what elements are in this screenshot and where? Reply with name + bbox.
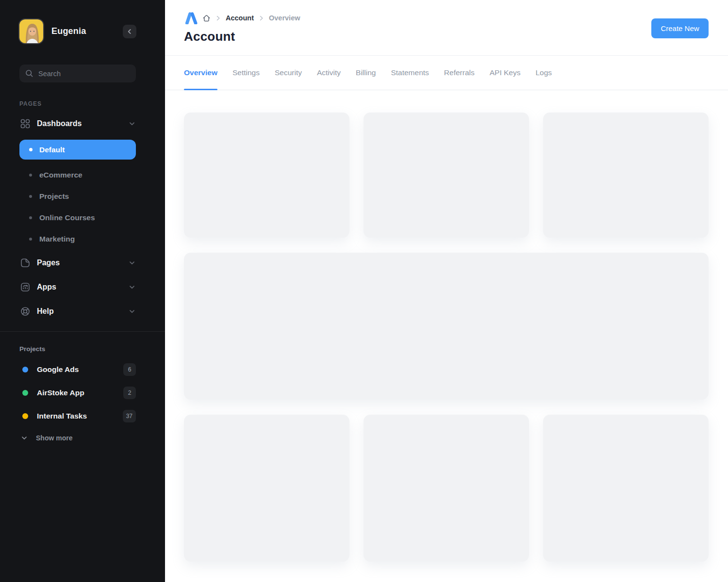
tab-referrals[interactable]: Referrals: [444, 56, 475, 90]
sidebar-item-marketing[interactable]: Marketing: [19, 233, 136, 245]
sidebar-item-label: Apps: [37, 283, 56, 291]
placeholder-card: [364, 113, 529, 238]
page-header: Account Overview Account Create New: [165, 0, 728, 56]
count-badge: 2: [123, 387, 136, 399]
sidebar-item-label: Pages: [37, 259, 60, 267]
sidebar-item-dashboards[interactable]: Dashboards: [19, 118, 136, 129]
sidebar: Eugenia PAGES Dashboards: [0, 0, 165, 582]
placeholder-card: [184, 113, 349, 238]
sidebar-item-online-courses[interactable]: Online Courses: [19, 212, 136, 224]
tab-security[interactable]: Security: [275, 56, 302, 90]
chevron-right-icon: [258, 15, 265, 21]
breadcrumb-item-overview: Overview: [269, 14, 300, 22]
chevron-down-icon: [128, 120, 136, 128]
project-color-dot: [22, 413, 28, 419]
tab-activity[interactable]: Activity: [317, 56, 341, 90]
search-box[interactable]: [19, 65, 136, 82]
tab-billing[interactable]: Billing: [356, 56, 376, 90]
sidebar-item-label: Help: [37, 307, 54, 316]
sidebar-divider: [0, 331, 165, 332]
project-label: AirStoke App: [37, 388, 84, 397]
tab-settings[interactable]: Settings: [232, 56, 260, 90]
placeholder-card-wide: [184, 253, 709, 400]
sidebar-item-projects[interactable]: Projects: [19, 191, 136, 202]
page-title: Account: [184, 29, 709, 44]
breadcrumb-item-account[interactable]: Account: [226, 14, 254, 22]
sidebar-item-apps[interactable]: Apps: [19, 281, 136, 293]
project-item-google-ads[interactable]: Google Ads 6: [19, 363, 136, 376]
project-item-airstoke-app[interactable]: AirStoke App 2: [19, 387, 136, 399]
app-logo-icon: [184, 12, 198, 24]
project-label: Internal Tasks: [37, 412, 87, 420]
sidebar-item-ecommerce[interactable]: eCommerce: [19, 169, 136, 181]
page-icon: [19, 258, 31, 268]
grid-icon: [19, 118, 31, 129]
tab-api-keys[interactable]: API Keys: [490, 56, 521, 90]
bullet-dot: [29, 216, 32, 219]
sidebar-item-default[interactable]: Default: [19, 140, 136, 160]
breadcrumb: Account Overview: [184, 12, 709, 24]
tab-overview[interactable]: Overview: [184, 56, 217, 90]
chevron-left-icon: [126, 28, 133, 35]
user-name: Eugenia: [51, 26, 86, 36]
bullet-dot: [29, 195, 32, 198]
bullet-dot: [29, 238, 32, 241]
show-more-button[interactable]: Show more: [19, 432, 136, 444]
search-icon: [25, 69, 33, 78]
home-icon: [202, 14, 211, 22]
project-color-dot: [22, 367, 28, 372]
chart-icon: [19, 282, 31, 292]
placeholder-card: [543, 113, 709, 238]
chevron-down-icon: [20, 434, 28, 442]
avatar-image: [19, 19, 44, 44]
project-color-dot: [22, 390, 28, 396]
pages-section-label: PAGES: [19, 100, 136, 107]
create-new-button[interactable]: Create New: [651, 18, 709, 38]
placeholder-card: [364, 415, 529, 562]
chevron-down-icon: [128, 307, 136, 315]
breadcrumb-home[interactable]: [202, 14, 211, 22]
tab-bar: Overview Settings Security Activity Bill…: [165, 56, 728, 90]
chevron-right-icon: [215, 15, 221, 21]
avatar[interactable]: [18, 18, 44, 44]
count-badge: 37: [123, 410, 136, 422]
sidebar-item-pages[interactable]: Pages: [19, 257, 136, 269]
projects-section-label: Projects: [19, 345, 136, 353]
sidebar-item-help[interactable]: Help: [19, 305, 136, 318]
sidebar-item-label: Default: [39, 146, 65, 154]
content-area: [165, 90, 728, 562]
bullet-dot: [29, 148, 33, 151]
chevron-down-icon: [128, 259, 136, 267]
sidebar-item-label: eCommerce: [39, 171, 83, 179]
tab-statements[interactable]: Statements: [391, 56, 429, 90]
sidebar-collapse-button[interactable]: [123, 25, 136, 38]
count-badge: 6: [123, 363, 136, 376]
bullet-dot: [29, 174, 32, 177]
show-more-label: Show more: [36, 434, 72, 442]
sidebar-item-label: Marketing: [39, 235, 75, 243]
main-content: Account Overview Account Create New Over…: [165, 0, 728, 582]
placeholder-card: [543, 415, 709, 562]
user-row: Eugenia: [18, 18, 165, 44]
sidebar-item-label: Projects: [39, 192, 69, 201]
project-label: Google Ads: [37, 365, 79, 374]
tab-logs[interactable]: Logs: [535, 56, 552, 90]
search-input[interactable]: [38, 70, 130, 78]
project-item-internal-tasks[interactable]: Internal Tasks 37: [19, 410, 136, 422]
lifebuoy-icon: [19, 306, 31, 317]
chevron-down-icon: [128, 283, 136, 291]
sidebar-item-label: Online Courses: [39, 213, 95, 222]
placeholder-card: [184, 415, 349, 562]
sidebar-item-label: Dashboards: [37, 119, 82, 128]
